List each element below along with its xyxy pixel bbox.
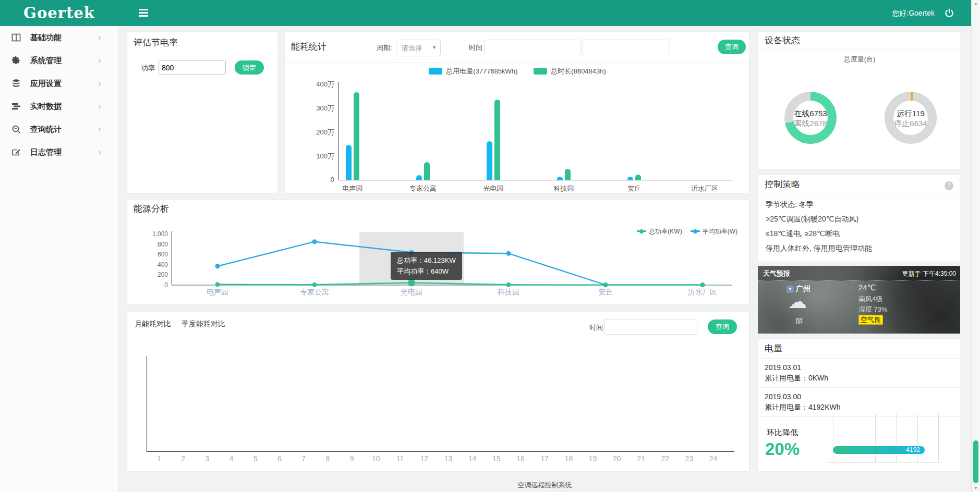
data-point bbox=[506, 282, 511, 287]
x-category-label: 安丘 bbox=[611, 184, 658, 193]
hamburger-menu-icon[interactable] bbox=[139, 9, 149, 17]
y-tick-label: 1,000 bbox=[152, 230, 168, 238]
help-icon[interactable]: ? bbox=[945, 181, 953, 190]
x-category-label: 专家公寓 bbox=[400, 184, 446, 193]
weather-condition: 阴 bbox=[796, 316, 803, 326]
compare-x-label: 3 bbox=[199, 454, 215, 463]
sidebar-item-4[interactable]: 实时数据› bbox=[0, 95, 118, 118]
weather-updated: 更新于 下午4:35:00 bbox=[902, 269, 956, 278]
mini-bar: 4192 bbox=[833, 446, 925, 454]
bar-hours bbox=[424, 162, 430, 180]
data-point bbox=[408, 279, 415, 286]
weather-humidity: 湿度 73% bbox=[858, 305, 888, 314]
x-category-label: 电声园 bbox=[207, 288, 228, 296]
chevron-right-icon: › bbox=[98, 95, 101, 118]
tab-monthly-compare[interactable]: 月能耗对比 bbox=[135, 319, 171, 329]
bar-electricity bbox=[416, 175, 422, 180]
compare-query-button[interactable]: 查询 bbox=[708, 319, 737, 334]
y-tick-label: 300万 bbox=[304, 104, 334, 113]
x-category-label: 沂水厂区 bbox=[688, 288, 717, 296]
bar-hours bbox=[354, 92, 359, 180]
mini-grid-line bbox=[833, 414, 833, 462]
scrollbar-thumb[interactable] bbox=[973, 440, 978, 483]
compare-x-label: 7 bbox=[296, 454, 311, 463]
footer-text: 空调远程控制系统 bbox=[118, 481, 971, 490]
dashboard-page: Goertek 您好:Goertek 基础功能›系统管理›应用设置›实时数据›查… bbox=[0, 0, 980, 492]
compare-x-label: 8 bbox=[320, 454, 335, 463]
energy-stats-panel: 能耗统计 周期: 请选择 ▼ 时间 查询 总用电量(3777685kWh) 总时… bbox=[284, 31, 749, 194]
top-bar: Goertek 您好:Goertek bbox=[0, 0, 971, 26]
compare-time-input[interactable] bbox=[604, 319, 697, 335]
x-category-label: 科技园 bbox=[540, 184, 587, 193]
sidebar-item-5[interactable]: 查询统计› bbox=[0, 118, 118, 141]
mini-grid-line bbox=[917, 414, 918, 462]
sidebar-item-label: 查询统计 bbox=[30, 118, 62, 141]
power-input[interactable] bbox=[158, 60, 226, 75]
data-point bbox=[603, 282, 608, 287]
tab-quarterly-compare[interactable]: 季度能耗对比 bbox=[182, 319, 225, 329]
bar-electricity bbox=[346, 145, 352, 180]
cloud-icon: ☁ bbox=[788, 291, 807, 313]
bar-hours bbox=[635, 175, 641, 180]
chevron-right-icon: › bbox=[98, 26, 101, 49]
compare-x-label: 20 bbox=[609, 454, 625, 463]
sidebar-item-label: 系统管理 bbox=[30, 49, 62, 72]
weather-title: 天气预报 bbox=[763, 269, 790, 278]
energy-bar-chart: 400万300万200万100万0电声园专家公寓光电园科技园安丘沂水厂区 bbox=[285, 32, 750, 194]
panel-title: 设备状态 bbox=[758, 32, 960, 50]
chevron-right-icon: › bbox=[98, 72, 101, 95]
bar-electricity bbox=[487, 141, 492, 180]
grid-icon bbox=[11, 33, 21, 42]
eval-saving-panel: 评估节电率 功率 锁定 bbox=[127, 31, 278, 194]
sidebar-item-3[interactable]: 应用设置› bbox=[0, 72, 118, 95]
control-strategy-panel: 控制策略 ? 季节状态: 冬季 >25℃调温(制暖20℃自动风) ≤18℃通电,… bbox=[758, 175, 960, 262]
panel-title: 控制策略 bbox=[758, 175, 960, 194]
x-category-label: 光电园 bbox=[401, 288, 422, 296]
compare-x-label: 2 bbox=[175, 454, 191, 463]
power-panel: 电量 2019.03.01 累计用电量：0KWh 2019.03.00 累计用电… bbox=[758, 339, 960, 472]
y-axis-line bbox=[338, 82, 339, 180]
scroll-up-icon[interactable]: ▲ bbox=[972, 2, 980, 6]
database-icon bbox=[11, 79, 21, 88]
compare-x-label: 19 bbox=[585, 454, 601, 463]
consumption-compare-panel: 月能耗对比 季度能耗对比 时间 查询 123456789101112131415… bbox=[127, 311, 749, 472]
compare-x-label: 24 bbox=[706, 454, 721, 463]
data-point bbox=[506, 251, 511, 256]
user-greeting: 您好:Goertek bbox=[892, 0, 935, 26]
weather-panel: 天气预报 更新于 下午4:35:00 ▼广州 ☁ 阴 24℃ 南风4级 湿度 7… bbox=[758, 266, 960, 334]
weather-wind: 南风4级 bbox=[858, 294, 882, 304]
compare-x-label: 5 bbox=[248, 454, 263, 463]
compare-x-label: 14 bbox=[465, 454, 480, 463]
y-tick-label: 200万 bbox=[304, 128, 334, 137]
scroll-down-icon[interactable]: ▼ bbox=[972, 486, 980, 490]
panel-title: 评估节电率 bbox=[127, 32, 277, 54]
sidebar: 基础功能›系统管理›应用设置›实时数据›查询统计›日志管理› bbox=[0, 26, 118, 492]
bar-electricity bbox=[557, 177, 563, 180]
strategy-line: 季节状态: 冬季 bbox=[766, 200, 814, 210]
compare-x-label: 21 bbox=[633, 454, 649, 463]
sidebar-item-6[interactable]: 日志管理› bbox=[0, 141, 118, 164]
bar-electricity bbox=[627, 177, 633, 180]
data-point bbox=[312, 239, 317, 244]
x-axis-line bbox=[338, 180, 733, 180]
sidebar-item-1[interactable]: 基础功能› bbox=[0, 26, 118, 49]
compare-x-label: 10 bbox=[368, 454, 384, 463]
sidebar-item-label: 日志管理 bbox=[30, 141, 62, 164]
device-subtitle: 总度量(台) bbox=[758, 55, 961, 64]
chevron-right-icon: › bbox=[98, 118, 101, 141]
data-point bbox=[700, 282, 705, 287]
sidebar-item-label: 应用设置 bbox=[30, 72, 62, 95]
power-icon[interactable] bbox=[944, 8, 954, 18]
sidebar-item-label: 基础功能 bbox=[30, 26, 62, 49]
x-category-label: 电声园 bbox=[329, 184, 376, 193]
data-point bbox=[312, 282, 317, 287]
sidebar-item-2[interactable]: 系统管理› bbox=[0, 49, 118, 72]
page-scrollbar[interactable]: ▲ ▼ bbox=[971, 0, 980, 492]
online-donut-text: 在线6753 离线2678 bbox=[774, 109, 847, 129]
lock-button[interactable]: 锁定 bbox=[235, 60, 264, 75]
search-icon bbox=[11, 125, 21, 134]
sidebar-item-label: 实时数据 bbox=[30, 95, 62, 118]
air-quality-badge: 空气良 bbox=[858, 315, 883, 325]
data-point bbox=[215, 282, 220, 287]
strategy-line: >25℃调温(制暖20℃自动风) bbox=[766, 215, 858, 224]
